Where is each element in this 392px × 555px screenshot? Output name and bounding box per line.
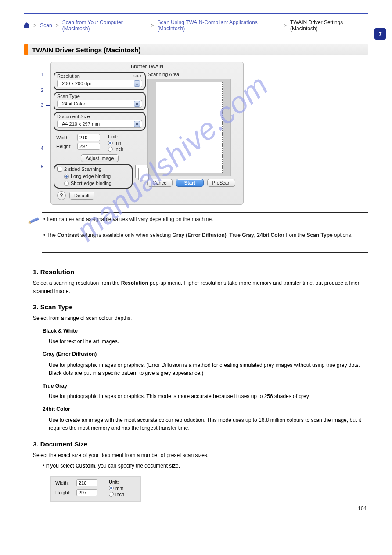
prescan-button[interactable]: PreScan bbox=[207, 179, 235, 187]
panel-width-label: Width: bbox=[55, 480, 74, 486]
dialog-title: Brother TWAIN bbox=[51, 62, 243, 71]
docsize-label: Document Size bbox=[57, 114, 142, 119]
item-scantype-title: 2. Scan Type bbox=[33, 303, 367, 311]
breadcrumb-category[interactable]: Scan from Your Computer (Macintosh) bbox=[62, 19, 147, 32]
gray-title: Gray (Error Diffusion) bbox=[43, 351, 97, 357]
twain-dialog: Brother TWAIN x.x.x Resolution 200 x 200… bbox=[50, 62, 244, 205]
height-label: Height: bbox=[56, 144, 75, 149]
breadcrumb-sep: > bbox=[33, 22, 36, 29]
page-number: 164 bbox=[358, 505, 367, 511]
item-scantype-body: Select from a range of scan colour depth… bbox=[33, 314, 367, 323]
duplex-icon bbox=[135, 165, 147, 178]
callout-2: 2 bbox=[41, 88, 43, 93]
panel-inch-radio[interactable] bbox=[109, 492, 114, 497]
item-docsize-custom: • If you select Custom, you can specify … bbox=[43, 462, 367, 470]
callout-5: 5 bbox=[41, 164, 43, 169]
width-label: Width: bbox=[56, 135, 75, 140]
panel-height-field[interactable] bbox=[76, 489, 97, 496]
accent-bar bbox=[24, 44, 28, 55]
chevron-updown-icon bbox=[134, 101, 140, 107]
home-icon[interactable] bbox=[24, 23, 30, 28]
width-field[interactable] bbox=[77, 134, 100, 141]
chevron-updown-icon bbox=[134, 80, 140, 87]
note-text: • Item names and assignable values will … bbox=[43, 215, 352, 239]
docsize-group: Document Size A4 210 x 297 mm bbox=[54, 112, 146, 131]
panel-height-label: Height: bbox=[55, 490, 74, 495]
long-edge-radio[interactable] bbox=[64, 174, 69, 179]
bw-title: Black & White bbox=[43, 328, 78, 334]
callout-3: 3 bbox=[41, 103, 43, 108]
start-button[interactable]: Start bbox=[176, 179, 204, 187]
scanning-area-label: Scanning Area bbox=[147, 72, 240, 77]
breadcrumb-current: TWAIN Driver Settings (Macintosh) bbox=[290, 19, 368, 32]
c24-body: Use to create an image with the most acc… bbox=[49, 416, 367, 432]
chapter-tab: 7 bbox=[374, 28, 386, 40]
custom-size-panel: Width: Height: Unit: mm inch bbox=[50, 476, 141, 502]
scantype-label: Scan Type bbox=[57, 94, 142, 99]
resolution-group: x.x.x Resolution 200 x 200 dpi bbox=[54, 72, 146, 90]
docsize-combo[interactable]: A4 210 x 297 mm bbox=[57, 120, 142, 128]
page-title: TWAIN Driver Settings (Macintosh) bbox=[32, 46, 141, 54]
panel-unit-label: Unit: bbox=[109, 479, 124, 485]
c24-title: 24bit Color bbox=[43, 406, 70, 412]
resolution-combo[interactable]: 200 x 200 dpi bbox=[57, 80, 142, 87]
callout-4: 4 bbox=[41, 146, 43, 151]
bw-body: Use for text or line art images. bbox=[49, 337, 367, 346]
height-field[interactable] bbox=[77, 143, 100, 150]
item-resolution-body: Select a scanning resolution from the Re… bbox=[33, 279, 367, 295]
panel-width-field[interactable] bbox=[76, 479, 97, 486]
item-docsize-body: Select the exact size of your document f… bbox=[33, 451, 367, 460]
resolution-label: Resolution bbox=[57, 73, 142, 79]
twosided-checkbox[interactable] bbox=[57, 167, 62, 172]
note-icon bbox=[27, 215, 41, 227]
cancel-button[interactable]: Cancel bbox=[147, 179, 172, 187]
unit-inch-radio[interactable] bbox=[108, 147, 113, 152]
item-resolution-title: 1. Resolution bbox=[33, 268, 367, 276]
breadcrumb-scan[interactable]: Scan bbox=[40, 22, 52, 29]
section-title-bar: TWAIN Driver Settings (Macintosh) bbox=[24, 44, 368, 55]
scantype-combo[interactable]: 24bit Color bbox=[57, 100, 142, 108]
unit-mm-radio[interactable] bbox=[108, 141, 113, 145]
unit-label: Unit: bbox=[108, 134, 123, 139]
scanning-area-preview[interactable] bbox=[147, 79, 231, 176]
item-docsize-title: 3. Document Size bbox=[33, 440, 367, 448]
help-button[interactable]: ? bbox=[57, 191, 66, 200]
chevron-updown-icon bbox=[134, 121, 140, 127]
tg-body: Use for photographic images or graphics.… bbox=[49, 392, 367, 401]
breadcrumb: > Scan > Scan from Your Computer (Macint… bbox=[24, 19, 368, 32]
tg-title: True Gray bbox=[43, 383, 67, 389]
twosided-group: 2-sided Scanning Long-edge binding Short… bbox=[54, 164, 133, 189]
adjust-image-button[interactable]: Adjust Image bbox=[81, 154, 119, 162]
breadcrumb-page-link[interactable]: Scan Using TWAIN-Compliant Applications … bbox=[158, 19, 280, 32]
paper-preview bbox=[156, 82, 223, 173]
callout-1: 1 bbox=[41, 72, 43, 77]
panel-mm-radio[interactable] bbox=[109, 486, 114, 490]
default-button[interactable]: Default bbox=[69, 192, 94, 200]
short-edge-radio[interactable] bbox=[64, 181, 69, 186]
scantype-group: Scan Type 24bit Color bbox=[54, 92, 146, 110]
gray-body: Use for photographic images or graphics.… bbox=[49, 361, 367, 377]
version-label: x.x.x bbox=[133, 73, 142, 78]
